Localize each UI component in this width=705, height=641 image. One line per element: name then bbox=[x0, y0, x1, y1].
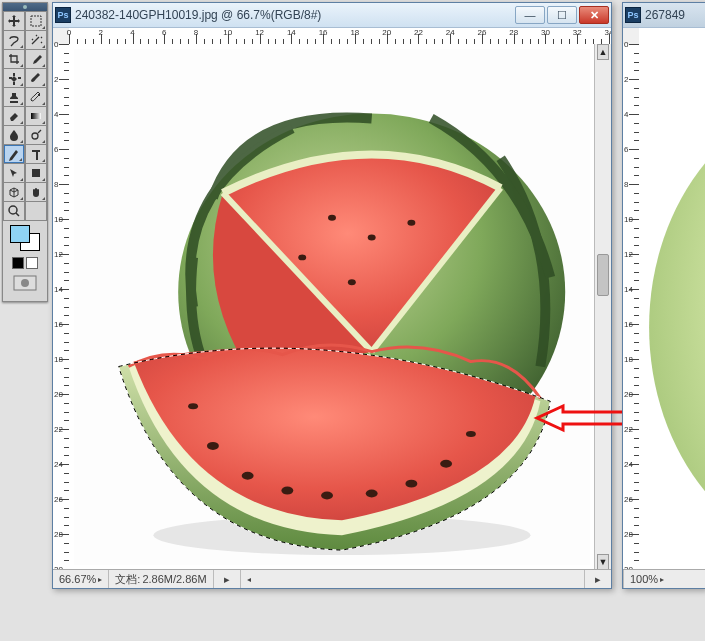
eraser-tool[interactable] bbox=[4, 107, 24, 125]
ruler-label: 4 bbox=[624, 110, 628, 119]
zoom-tool[interactable] bbox=[4, 202, 24, 220]
ruler-label: 34 bbox=[605, 28, 611, 37]
ruler-label: 14 bbox=[287, 28, 296, 37]
zoom-level-side[interactable]: 100% ▸ bbox=[623, 570, 670, 588]
ruler-label: 26 bbox=[54, 495, 63, 504]
zoom-value-side: 100% bbox=[630, 573, 658, 585]
type-tool[interactable] bbox=[26, 145, 46, 163]
status-bar-side: 100% ▸ bbox=[623, 569, 705, 588]
svg-point-9 bbox=[207, 442, 219, 450]
vertical-ruler-side[interactable]: 024681012141618202224262830 bbox=[623, 44, 640, 570]
toolbox-panel bbox=[2, 2, 48, 302]
document-body-side: 024681012141618202224262830 100% ▸ bbox=[623, 28, 705, 588]
svg-point-16 bbox=[188, 403, 198, 409]
ruler-label: 8 bbox=[194, 28, 198, 37]
swap-colors-button[interactable] bbox=[26, 257, 38, 269]
svg-point-1 bbox=[21, 279, 29, 287]
doc-size-label: 文档: bbox=[115, 572, 140, 587]
doc-size-value: 2.86M/2.86M bbox=[142, 573, 206, 585]
vertical-ruler[interactable]: 024681012141618202224262830 bbox=[53, 44, 70, 570]
document-title-side: 267849 bbox=[645, 8, 703, 22]
shape-tool[interactable] bbox=[26, 164, 46, 182]
status-menu-button[interactable]: ▸ bbox=[214, 570, 241, 588]
ruler-label: 16 bbox=[54, 320, 63, 329]
document-size-cell[interactable]: 文档: 2.86M/2.86M bbox=[109, 570, 213, 588]
zoom-dropdown-icon[interactable]: ▸ bbox=[98, 575, 102, 584]
ruler-label: 16 bbox=[319, 28, 328, 37]
healing-tool[interactable] bbox=[4, 69, 24, 87]
hand-tool[interactable] bbox=[26, 183, 46, 201]
ruler-label: 20 bbox=[624, 390, 633, 399]
fg-bg-swatch[interactable] bbox=[10, 225, 40, 251]
ruler-label: 18 bbox=[350, 28, 359, 37]
ruler-label: 8 bbox=[624, 180, 628, 189]
eyedropper-tool[interactable] bbox=[26, 50, 46, 68]
ruler-label: 18 bbox=[54, 355, 63, 364]
svg-point-7 bbox=[298, 254, 306, 260]
ruler-label: 2 bbox=[99, 28, 103, 37]
canvas-area-side[interactable] bbox=[639, 44, 705, 570]
ruler-label: 14 bbox=[54, 285, 63, 294]
color-swatches bbox=[3, 221, 47, 301]
toolbox-drag-header[interactable] bbox=[3, 3, 47, 11]
vertical-scrollbar[interactable]: ▲ ▼ bbox=[594, 44, 611, 570]
svg-point-17 bbox=[466, 431, 476, 437]
canvas-area[interactable] bbox=[69, 44, 595, 570]
horizontal-ruler-side[interactable] bbox=[639, 28, 705, 45]
ruler-label: 12 bbox=[255, 28, 264, 37]
status-bar: 66.67% ▸ 文档: 2.86M/2.86M ▸ ◂ ▸ bbox=[53, 569, 611, 588]
ruler-label: 2 bbox=[54, 75, 58, 84]
marquee-tool[interactable] bbox=[26, 12, 46, 30]
maximize-button[interactable]: ☐ bbox=[547, 6, 577, 24]
ruler-label: 32 bbox=[573, 28, 582, 37]
brush-tool[interactable] bbox=[26, 69, 46, 87]
stamp-tool[interactable] bbox=[4, 88, 24, 106]
blur-tool[interactable] bbox=[4, 126, 24, 144]
path-select-tool[interactable] bbox=[4, 164, 24, 182]
ruler-label: 10 bbox=[54, 215, 63, 224]
svg-point-4 bbox=[328, 215, 336, 221]
history-brush-tool[interactable] bbox=[26, 88, 46, 106]
svg-point-13 bbox=[366, 490, 378, 498]
svg-point-18 bbox=[649, 95, 705, 560]
status-scroll-track[interactable]: ◂ bbox=[241, 570, 584, 588]
spacer-tool[interactable] bbox=[26, 202, 46, 220]
image-content[interactable] bbox=[74, 49, 590, 565]
default-colors-button[interactable] bbox=[12, 257, 24, 269]
quick-select-tool[interactable] bbox=[26, 31, 46, 49]
ruler-label: 14 bbox=[624, 285, 633, 294]
ruler-label: 0 bbox=[67, 28, 71, 37]
ruler-label: 2 bbox=[624, 75, 628, 84]
scroll-down-button[interactable]: ▼ bbox=[597, 554, 609, 570]
ruler-label: 12 bbox=[54, 250, 63, 259]
close-button[interactable]: ✕ bbox=[579, 6, 609, 24]
pen-tool[interactable] bbox=[4, 145, 24, 163]
document-title: 240382-140GPH10019.jpg @ 66.7%(RGB/8#) bbox=[75, 8, 511, 22]
status-scroll-right[interactable]: ▸ bbox=[584, 570, 611, 588]
title-bar-side[interactable]: Ps 267849 bbox=[623, 3, 705, 28]
crop-tool[interactable] bbox=[4, 50, 24, 68]
doc-icon-label: Ps bbox=[57, 10, 68, 20]
dodge-tool[interactable] bbox=[26, 126, 46, 144]
document-window-main: Ps 240382-140GPH10019.jpg @ 66.7%(RGB/8#… bbox=[52, 2, 612, 589]
scroll-thumb[interactable] bbox=[597, 254, 609, 296]
minimize-button[interactable]: — bbox=[515, 6, 545, 24]
svg-point-6 bbox=[407, 220, 415, 226]
document-window-side: Ps 267849 024681012141618202224262830 10… bbox=[622, 2, 705, 589]
gradient-tool[interactable] bbox=[26, 107, 46, 125]
svg-point-5 bbox=[368, 235, 376, 241]
ruler-label: 22 bbox=[414, 28, 423, 37]
foreground-color-swatch[interactable] bbox=[10, 225, 30, 243]
title-bar[interactable]: Ps 240382-140GPH10019.jpg @ 66.7%(RGB/8#… bbox=[53, 3, 611, 28]
lasso-tool[interactable] bbox=[4, 31, 24, 49]
zoom-level[interactable]: 66.67% ▸ bbox=[53, 570, 109, 588]
ruler-label: 28 bbox=[509, 28, 518, 37]
scroll-up-button[interactable]: ▲ bbox=[597, 44, 609, 60]
move-tool[interactable] bbox=[4, 12, 24, 30]
photoshop-doc-icon: Ps bbox=[625, 7, 641, 23]
zoom-dropdown-icon[interactable]: ▸ bbox=[660, 575, 664, 584]
horizontal-ruler[interactable]: 0246810121416182022242628303234 bbox=[69, 28, 611, 45]
ruler-label: 24 bbox=[54, 460, 63, 469]
quick-mask-toggle[interactable] bbox=[13, 271, 37, 297]
3d-tool[interactable] bbox=[4, 183, 24, 201]
